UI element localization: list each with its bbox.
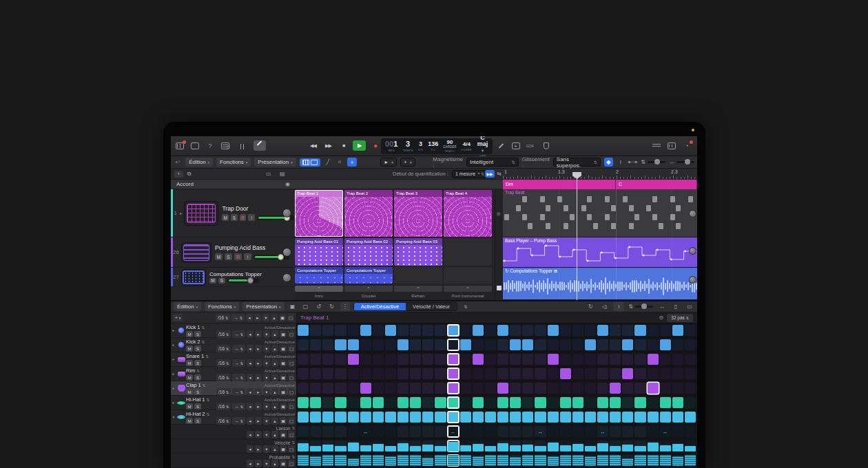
velocity-bar[interactable] — [435, 446, 446, 451]
step-cell[interactable] — [672, 368, 683, 379]
step-cell[interactable] — [373, 339, 384, 350]
randomize-row-button[interactable]: ▢ — [288, 445, 295, 453]
step-cell[interactable] — [322, 397, 333, 408]
pointer-tool-dropdown[interactable]: ►▾ — [380, 158, 397, 167]
region-edge-handle[interactable] — [689, 247, 696, 255]
probability-bar[interactable] — [648, 455, 659, 466]
step-cell[interactable] — [485, 339, 496, 350]
velocity-cell[interactable] — [397, 440, 409, 451]
step-cell[interactable] — [548, 397, 559, 408]
step-cell[interactable] — [435, 383, 446, 394]
row-mute-button[interactable]: M — [186, 389, 193, 395]
cell-pumping-acid-bass-02[interactable]: Pumping Acid Bass 02 — [344, 238, 393, 266]
step-cell[interactable] — [535, 339, 546, 350]
velocity-cell[interactable] — [597, 440, 608, 451]
tie-cell[interactable] — [510, 426, 521, 437]
probability-bar[interactable] — [548, 456, 559, 466]
display-icon[interactable] — [190, 142, 200, 150]
rotate-left-button[interactable]: ◂ — [247, 431, 254, 438]
probability-cell[interactable] — [510, 455, 521, 466]
crosshair-tool-button[interactable]: ＋ — [347, 158, 357, 167]
step-cell[interactable] — [410, 412, 421, 423]
step-cell[interactable] — [460, 339, 471, 350]
probability-bar[interactable] — [497, 455, 508, 466]
seq-track-name[interactable]: Kick 2 — [186, 339, 200, 345]
pan-knob[interactable] — [282, 273, 291, 282]
decrement-button[interactable]: ▾ — [263, 388, 270, 396]
step-cell[interactable] — [610, 325, 621, 336]
chord-c[interactable]: C — [616, 180, 697, 189]
step-cell[interactable] — [497, 383, 508, 394]
probability-bar[interactable] — [348, 458, 359, 466]
probability-cell[interactable] — [572, 455, 583, 466]
velocity-bar[interactable] — [522, 445, 533, 451]
more-options-icon[interactable]: ⋮ — [340, 302, 350, 311]
step-cell[interactable] — [385, 397, 396, 408]
step-cell[interactable] — [422, 339, 433, 350]
step-cell[interactable] — [510, 397, 521, 408]
step-cell[interactable] — [572, 339, 583, 350]
step-cell[interactable] — [448, 325, 459, 336]
mute-button[interactable]: M — [215, 253, 223, 260]
step-cell[interactable] — [373, 325, 384, 336]
grid-arrange-divider[interactable]: ⊙ — [495, 189, 503, 300]
rotate-left-button[interactable]: ◂ — [247, 345, 254, 352]
step-cell[interactable] — [648, 412, 659, 423]
track-header-trap-door[interactable]: 1 ▸ Trap Door M S R I — [171, 189, 294, 237]
probability-cell[interactable] — [610, 455, 621, 466]
velocity-bar[interactable] — [685, 446, 696, 451]
step-cell[interactable] — [422, 397, 433, 408]
row-solo-button[interactable]: S — [194, 345, 201, 352]
step-cell[interactable] — [660, 354, 671, 365]
cell-trap-beat-4[interactable]: Trap Beat 4 — [444, 190, 492, 237]
velocity-bar[interactable] — [410, 446, 421, 451]
probability-bar[interactable] — [597, 455, 608, 466]
probability-bar[interactable] — [622, 458, 633, 466]
step-cell[interactable] — [485, 397, 496, 408]
step-cell[interactable] — [473, 383, 484, 394]
probability-cell[interactable] — [548, 455, 559, 466]
undo-icon[interactable]: ↩ — [174, 158, 182, 167]
probability-bar[interactable] — [310, 456, 321, 466]
probability-cell[interactable] — [522, 455, 533, 466]
rewind-button[interactable]: ◀◀ — [307, 140, 319, 151]
playmode-dropdown[interactable]: →⇅ — [232, 345, 245, 352]
help-icon[interactable]: ? — [205, 142, 215, 150]
add-track-button[interactable]: + — [174, 171, 183, 178]
step-cell[interactable] — [422, 354, 433, 365]
step-cell[interactable] — [560, 412, 571, 423]
step-cell[interactable] — [385, 412, 396, 423]
probability-cell[interactable] — [298, 455, 309, 466]
velocity-cell[interactable] — [435, 440, 446, 451]
velocity-cell[interactable] — [348, 440, 359, 451]
step-cell[interactable] — [548, 412, 559, 423]
increment-button[interactable]: ▴ — [271, 314, 278, 321]
velocity-bar[interactable] — [485, 446, 496, 451]
velocity-bar[interactable] — [397, 443, 409, 451]
probability-cell[interactable] — [560, 455, 571, 466]
step-cell[interactable] — [685, 412, 696, 423]
region-bass-player[interactable]: Bass Player – Pump Bass — [503, 237, 697, 268]
step-cell[interactable] — [435, 397, 446, 408]
step-cell[interactable] — [473, 412, 484, 423]
track-name[interactable]: Computations Topper — [209, 271, 262, 277]
step-cell[interactable] — [572, 412, 583, 423]
randomize-row-button[interactable]: ▢ — [288, 460, 295, 467]
step-cell[interactable] — [348, 354, 359, 365]
step-cell[interactable] — [448, 368, 459, 379]
step-cell[interactable] — [560, 354, 571, 365]
velocity-bar[interactable] — [572, 444, 583, 451]
step-cell[interactable] — [473, 354, 484, 365]
step-cell[interactable] — [572, 383, 583, 394]
rate-dropdown[interactable]: /16⇅ — [216, 314, 230, 321]
disclosure-icon[interactable]: ▸ — [171, 323, 176, 337]
row-mute-button[interactable]: M — [186, 360, 193, 366]
step-cell[interactable] — [685, 383, 696, 394]
step-cell[interactable] — [360, 325, 371, 336]
seq-zoom-slider[interactable]: ⇅ — [628, 304, 653, 310]
secondary-tool-dropdown[interactable]: +▾ — [400, 158, 415, 167]
step-cell[interactable] — [322, 339, 333, 350]
step-cell[interactable] — [373, 383, 384, 394]
step-cell[interactable] — [672, 397, 683, 408]
step-cell[interactable] — [397, 383, 409, 394]
